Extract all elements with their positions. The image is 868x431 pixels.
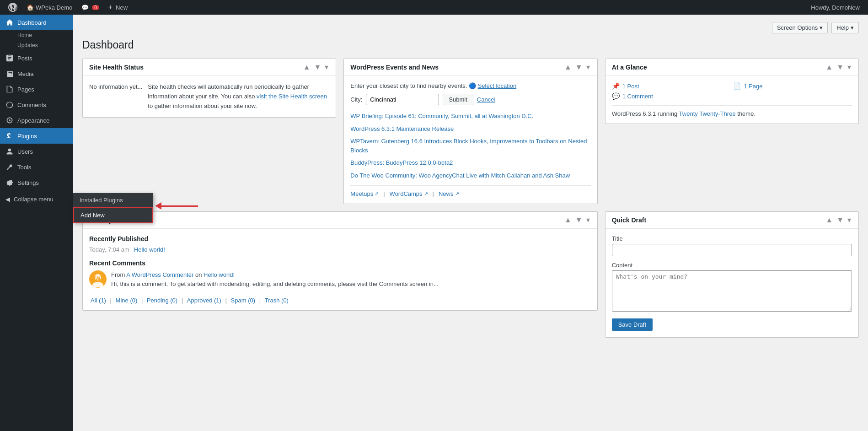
save-draft-button[interactable]: Save Draft <box>612 318 653 331</box>
plugins-icon <box>5 132 14 140</box>
plus-icon: + <box>108 3 113 11</box>
cancel-link[interactable]: Cancel <box>477 96 495 103</box>
quick-draft-collapse-down[interactable]: ▼ <box>836 216 845 224</box>
city-label: City: <box>350 96 362 103</box>
draft-content-textarea[interactable] <box>612 270 852 312</box>
site-health-minimize[interactable]: ▾ <box>324 64 329 71</box>
add-new-plugin-item[interactable]: Add New <box>73 207 153 223</box>
city-row: City: Submit Cancel <box>350 94 590 105</box>
sidebar-item-home[interactable]: Home <box>0 30 73 40</box>
hello-world-link[interactable]: Hello world! <box>134 246 165 253</box>
new-item[interactable]: + New <box>105 0 131 15</box>
news-link-1[interactable]: WP Briefing: Episode 61: Community, Summ… <box>350 113 533 119</box>
admin-bar: 🏠 WPeka Demo 💬 0 + New Howdy, DemoNew <box>0 0 868 15</box>
city-input[interactable] <box>366 94 439 105</box>
events-collapse-down[interactable]: ▼ <box>574 64 584 71</box>
activity-widget: Activity ▲ ▼ ▾ Recently Published Today,… <box>82 211 598 311</box>
activity-collapse-up[interactable]: ▲ <box>563 216 573 224</box>
news-link-5[interactable]: Do The Woo Community: Woo AgencyChat Liv… <box>350 172 570 179</box>
screen-options-button[interactable]: Screen Options ▾ <box>772 22 828 33</box>
sidebar-item-dashboard[interactable]: Dashboard <box>0 15 73 30</box>
filter-all[interactable]: All (1) <box>91 297 106 304</box>
sidebar-item-pages[interactable]: Pages <box>0 81 73 97</box>
quick-draft-controls: ▲ ▼ ▾ <box>825 216 852 224</box>
sidebar-item-posts[interactable]: Posts <box>0 50 73 66</box>
sidebar-dashboard-label: Dashboard <box>17 19 47 26</box>
installed-plugins-item[interactable]: Installed Plugins <box>73 193 153 207</box>
quick-draft-minimize[interactable]: ▾ <box>847 216 852 224</box>
glance-minimize[interactable]: ▾ <box>847 64 852 71</box>
commenter-from: From <box>111 271 125 278</box>
filter-trash[interactable]: Trash (0) <box>265 297 289 304</box>
glance-collapse-down[interactable]: ▼ <box>836 64 845 71</box>
sidebar-item-tools[interactable]: Tools <box>0 159 73 175</box>
help-button[interactable]: Help ▾ <box>831 22 859 33</box>
activity-minimize[interactable]: ▾ <box>585 216 591 224</box>
sidebar-item-comments[interactable]: Comments <box>0 97 73 113</box>
filter-mine[interactable]: Mine (0) <box>116 297 138 304</box>
pages-count-link[interactable]: 1 Page <box>744 83 762 90</box>
posts-count-link[interactable]: 1 Post <box>622 83 639 90</box>
collapse-label: Collapse menu <box>14 196 54 203</box>
news-link-4[interactable]: BuddyPress: BuddyPress 12.0.0-beta2 <box>350 159 453 166</box>
events-news-header: WordPress Events and News ▲ ▼ ▾ <box>344 59 597 76</box>
submit-button[interactable]: Submit <box>443 94 473 105</box>
meetups-link[interactable]: Meetups ↗ <box>350 190 379 197</box>
sidebar-item-plugins[interactable]: Plugins <box>0 128 73 144</box>
list-item: WP Briefing: Episode 61: Community, Summ… <box>350 112 590 121</box>
at-a-glance-widget: At a Glance ▲ ▼ ▾ 📌 1 Post 📄 <box>605 59 859 124</box>
wordcamps-external-icon: ↗ <box>424 191 428 197</box>
content-label: Content <box>612 262 852 269</box>
sidebar-item-appearance[interactable]: Appearance <box>0 113 73 128</box>
comments-count: 0 <box>92 5 99 10</box>
glance-collapse-up[interactable]: ▲ <box>825 64 834 71</box>
list-item: BuddyPress: BuddyPress 12.0.0-beta2 <box>350 158 590 167</box>
site-health-description: Site health checks will automatically ru… <box>148 82 329 111</box>
comment-post-link[interactable]: Hello world! <box>204 271 235 278</box>
filter-approved[interactable]: Approved (1) <box>187 297 221 304</box>
screen-options-chevron-icon: ▾ <box>820 24 823 31</box>
site-name-item[interactable]: 🏠 WPeka Demo <box>23 0 76 15</box>
glance-posts: 📌 1 Post <box>612 82 731 90</box>
news-footer: Meetups ↗ | WordCamps ↗ | News ↗ <box>350 185 590 197</box>
site-health-body: No information yet... Site health checks… <box>83 76 336 117</box>
svg-text:W: W <box>95 275 101 282</box>
page-icon: 📄 <box>733 82 741 90</box>
quick-draft-collapse-up[interactable]: ▲ <box>825 216 834 224</box>
commenter-link[interactable]: A WordPress Commenter <box>126 271 193 278</box>
at-a-glance-header: At a Glance ▲ ▼ ▾ <box>605 59 858 76</box>
theme-link[interactable]: Twenty Twenty-Three <box>679 110 736 117</box>
sidebar-item-updates[interactable]: Updates <box>0 40 73 50</box>
help-label: Help <box>836 24 849 31</box>
select-location-link[interactable]: Select location <box>478 82 517 89</box>
comments-item[interactable]: 💬 0 <box>78 0 103 15</box>
events-news-controls: ▲ ▼ ▾ <box>563 64 591 71</box>
news-link-3[interactable]: WPTavern: Gutenberg 16.6 Introduces Bloc… <box>350 138 587 154</box>
events-collapse-up[interactable]: ▲ <box>563 64 573 71</box>
list-item: WordPress 6.3.1 Maintenance Release <box>350 124 590 134</box>
filter-spam[interactable]: Spam (0) <box>231 297 255 304</box>
sidebar-pages-label: Pages <box>17 86 34 93</box>
list-item: WPTavern: Gutenberg 16.6 Introduces Bloc… <box>350 137 590 155</box>
pin-icon: 📌 <box>612 82 620 90</box>
site-health-widget: Site Health Status ▲ ▼ ▾ No information … <box>82 59 336 118</box>
events-minimize[interactable]: ▾ <box>585 64 591 71</box>
collapse-menu[interactable]: ◀ Collapse menu <box>0 190 73 208</box>
comment-text: Hi, this is a comment. To get started wi… <box>111 280 439 287</box>
appearance-icon <box>5 116 14 124</box>
draft-title-input[interactable] <box>612 244 852 256</box>
site-health-link[interactable]: visit the Site Health screen <box>257 93 327 100</box>
comments-count-link[interactable]: 1 Comment <box>622 93 653 100</box>
wp-logo-item[interactable] <box>5 0 21 15</box>
activity-collapse-down[interactable]: ▼ <box>574 216 584 224</box>
filter-pending[interactable]: Pending (0) <box>147 297 177 304</box>
sidebar-item-media[interactable]: Media <box>0 66 73 81</box>
sidebar-item-users[interactable]: Users <box>0 144 73 159</box>
site-health-collapse-up[interactable]: ▲ <box>302 64 311 71</box>
sidebar-item-settings[interactable]: Settings <box>0 175 73 190</box>
dashboard-grid: Site Health Status ▲ ▼ ▾ No information … <box>82 59 859 338</box>
wordcamps-link[interactable]: WordCamps ↗ <box>390 190 428 197</box>
news-footer-link[interactable]: News ↗ <box>439 190 459 197</box>
news-link-2[interactable]: WordPress 6.3.1 Maintenance Release <box>350 125 454 132</box>
site-health-collapse-down[interactable]: ▼ <box>313 64 322 71</box>
